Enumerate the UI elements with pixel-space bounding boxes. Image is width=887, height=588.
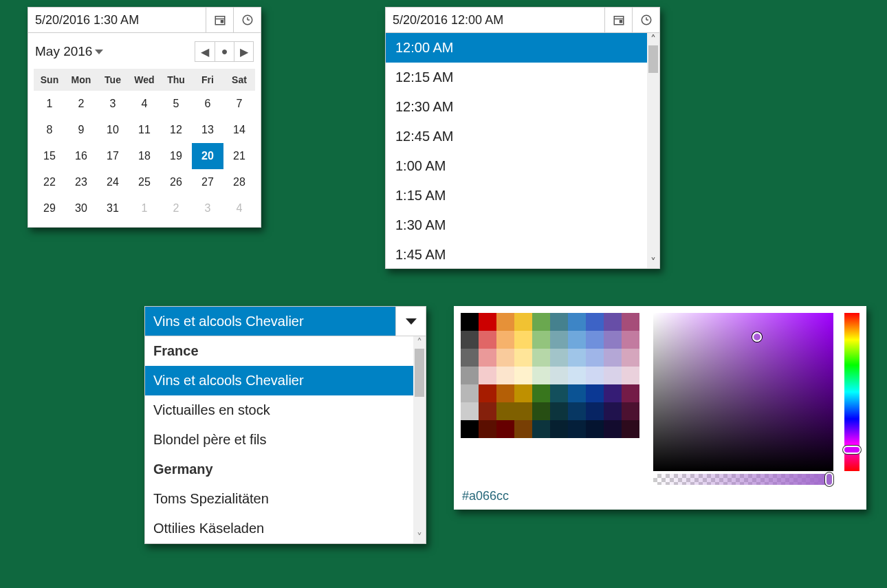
combobox-dropdown-button[interactable] [395,307,426,336]
calendar-day[interactable]: 24 [97,169,129,195]
color-swatch[interactable] [496,313,514,331]
calendar-icon-button[interactable] [206,8,233,32]
color-swatch[interactable] [532,402,550,420]
alpha-slider[interactable] [653,474,833,485]
calendar-day[interactable]: 5 [160,91,192,117]
calendar-day[interactable]: 3 [97,91,129,117]
time-option[interactable]: 12:30 AM [386,92,659,122]
datetime-input[interactable] [28,8,206,32]
scrollbar[interactable]: ˄ ˅ [647,33,659,268]
combobox-item[interactable]: Vins et alcools Chevalier [145,366,413,395]
calendar-day[interactable]: 29 [34,195,65,221]
color-swatch[interactable] [479,367,496,384]
color-swatch[interactable] [514,331,532,349]
color-swatch[interactable] [479,402,496,420]
calendar-day[interactable]: 27 [192,169,223,195]
scroll-thumb[interactable] [648,45,658,73]
color-swatch[interactable] [461,384,479,402]
color-swatch[interactable] [550,367,568,384]
color-swatch[interactable] [604,402,622,420]
color-swatch[interactable] [532,349,550,367]
color-swatch[interactable] [479,331,496,349]
calendar-day[interactable]: 26 [160,169,192,195]
time-option[interactable]: 1:15 AM [386,181,659,210]
combobox-item[interactable]: Ottilies Käseladen [145,514,413,543]
calendar-day[interactable]: 18 [129,143,160,169]
color-swatch[interactable] [604,420,622,438]
calendar-next-button[interactable]: ▶ [234,42,253,61]
scroll-thumb[interactable] [415,349,424,397]
color-swatch[interactable] [622,384,639,402]
color-swatch[interactable] [622,402,639,420]
calendar-day[interactable]: 4 [129,91,160,117]
calendar-day[interactable]: 17 [97,143,129,169]
color-swatch[interactable] [568,313,586,331]
calendar-icon-button[interactable] [604,8,632,32]
color-swatch[interactable] [604,384,622,402]
color-swatch[interactable] [461,331,479,349]
calendar-day[interactable]: 31 [97,195,129,221]
clock-icon-button[interactable] [233,8,261,32]
time-option[interactable]: 1:00 AM [386,151,659,181]
color-swatch[interactable] [532,384,550,402]
color-swatch[interactable] [461,367,479,384]
color-swatch[interactable] [496,420,514,438]
color-swatch[interactable] [496,331,514,349]
color-swatch[interactable] [550,384,568,402]
combobox-item[interactable]: Blondel père et fils [145,425,413,455]
saturation-value-picker[interactable] [653,313,833,471]
time-option[interactable]: 12:00 AM [386,33,659,63]
color-swatch[interactable] [586,384,604,402]
color-swatch[interactable] [550,420,568,438]
color-swatch[interactable] [568,331,586,349]
color-swatch[interactable] [550,349,568,367]
sv-handle[interactable] [752,332,762,342]
calendar-day[interactable]: 10 [97,117,129,143]
hue-handle[interactable] [843,446,861,454]
scroll-down-icon[interactable]: ˅ [647,256,659,268]
color-swatch[interactable] [514,367,532,384]
calendar-day[interactable]: 21 [223,143,255,169]
color-swatch[interactable] [568,420,586,438]
color-swatch[interactable] [479,384,496,402]
calendar-day[interactable]: 15 [34,143,65,169]
color-swatch[interactable] [514,349,532,367]
color-swatch[interactable] [479,420,496,438]
color-swatch[interactable] [550,331,568,349]
calendar-day[interactable]: 1 [34,91,65,117]
calendar-day[interactable]: 2 [65,91,97,117]
color-swatch[interactable] [514,420,532,438]
color-swatch[interactable] [586,331,604,349]
combobox-item[interactable]: Victuailles en stock [145,395,413,425]
color-swatch[interactable] [496,402,514,420]
hue-slider[interactable] [844,313,859,485]
color-swatch[interactable] [532,331,550,349]
color-swatch[interactable] [568,384,586,402]
color-swatch[interactable] [514,384,532,402]
time-option[interactable]: 12:15 AM [386,63,659,92]
color-swatch[interactable] [479,313,496,331]
color-swatch[interactable] [568,349,586,367]
calendar-day[interactable]: 20 [192,143,223,169]
alpha-handle[interactable] [825,472,833,486]
scroll-up-icon[interactable]: ˄ [647,33,659,45]
color-swatch[interactable] [461,402,479,420]
time-option[interactable]: 12:45 AM [386,122,659,151]
calendar-day[interactable]: 7 [223,91,255,117]
calendar-day[interactable]: 8 [34,117,65,143]
scrollbar[interactable]: ˄ ˅ [413,336,426,543]
color-swatch[interactable] [604,313,622,331]
color-swatch[interactable] [532,313,550,331]
color-swatch[interactable] [568,402,586,420]
color-swatch[interactable] [622,313,639,331]
combobox-item[interactable]: Toms Spezialitäten [145,484,413,514]
calendar-prev-button[interactable]: ◀ [195,42,215,61]
color-swatch[interactable] [604,331,622,349]
color-swatch[interactable] [586,420,604,438]
color-swatch[interactable] [532,420,550,438]
scroll-up-icon[interactable]: ˄ [413,336,426,349]
calendar-day[interactable]: 23 [65,169,97,195]
color-swatch[interactable] [586,402,604,420]
color-swatch[interactable] [461,420,479,438]
calendar-month-selector[interactable]: May 2016 [35,44,103,59]
